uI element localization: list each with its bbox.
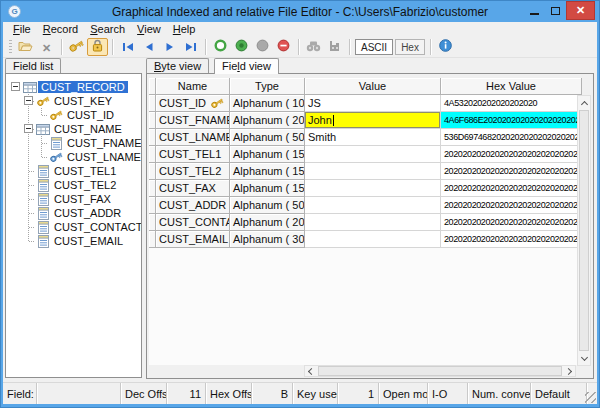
tree-item-cust_name[interactable]: CUST_NAME [9, 122, 141, 136]
tab-byte-view[interactable]: Byte view [146, 58, 209, 73]
close-button[interactable]: ✕ [566, 1, 595, 20]
hex-value-cell[interactable]: 202020202020202020202020202020 [441, 163, 582, 180]
field-view-page: NameTypeValueHex ValueCUST_IDAlphanum ( … [146, 73, 594, 379]
scroll-left-icon[interactable] [305, 365, 318, 377]
minimize-button[interactable] [524, 1, 545, 20]
tree-item-cust_tel1[interactable]: CUST_TEL1 [9, 164, 141, 178]
tree-item-cust_lname[interactable]: CUST_LNAME [9, 150, 141, 164]
resize-grip[interactable] [587, 383, 597, 404]
key-button[interactable] [66, 38, 87, 56]
value-cell[interactable] [305, 214, 441, 231]
first-record-button[interactable] [117, 38, 138, 56]
tree-guide [35, 136, 48, 150]
tree-item-cust_addr[interactable]: CUST_ADDR [9, 206, 141, 220]
name-cell[interactable]: CUST_TEL1 [156, 146, 230, 163]
name-cell[interactable]: CUST_LNAME [156, 129, 230, 146]
tree-item-label: CUST_ADDR [51, 207, 124, 219]
record-state-button[interactable] [252, 38, 273, 56]
hex-value-cell[interactable]: 4A532020202020202020 [441, 95, 582, 112]
tree-expander-icon[interactable] [24, 124, 33, 133]
tab-field-list[interactable]: Field list [5, 58, 61, 73]
next-record-button[interactable] [159, 38, 180, 56]
menu-help[interactable]: Help [167, 22, 202, 37]
horizontal-scroll-thumb[interactable] [318, 366, 562, 376]
last-record-icon [185, 38, 197, 56]
search-next-button[interactable] [324, 38, 345, 56]
about-button[interactable] [435, 38, 456, 56]
tree-expander-icon[interactable] [11, 82, 20, 91]
value-cell[interactable]: JS [305, 95, 441, 112]
lock-icon [91, 38, 104, 56]
value-cell[interactable] [305, 180, 441, 197]
field-name-label: CUST_FNAME [159, 114, 230, 126]
row-indicator [149, 231, 156, 248]
menu-record[interactable]: Record [37, 22, 84, 37]
last-record-button[interactable] [180, 38, 201, 56]
value-cell[interactable] [305, 163, 441, 180]
value-cell[interactable] [305, 146, 441, 163]
hex-value-cell[interactable]: 2020202020202020202020202020202020202020… [441, 231, 582, 248]
horizontal-scrollbar[interactable] [304, 365, 576, 377]
ascii-button-label: ASCII [361, 42, 387, 53]
tree-item-cust_contact[interactable]: CUST_CONTACT [9, 220, 141, 234]
hex-value-cell[interactable]: 202020202020202020202020202020 [441, 146, 582, 163]
write-record-button[interactable] [231, 38, 252, 56]
hex-button-label: Hex [401, 42, 419, 53]
toolbar-separator [112, 39, 113, 55]
scroll-up-icon[interactable] [578, 96, 590, 109]
status-value-0 [37, 383, 121, 404]
gray-dot-icon [256, 38, 269, 56]
close-file-button[interactable]: ✕ [36, 38, 57, 56]
status-label-0: Field: [3, 383, 37, 404]
name-cell[interactable]: CUST_EMAIL [156, 231, 230, 248]
tree-guide [22, 122, 35, 136]
scroll-right-icon[interactable] [562, 365, 575, 377]
name-cell[interactable]: CUST_ADDR [156, 197, 230, 214]
tree-item-cust_record[interactable]: CUST_RECORD [9, 80, 141, 94]
menu-file[interactable]: File [7, 22, 37, 37]
tree-item-cust_email[interactable]: CUST_EMAIL [9, 234, 141, 248]
menu-search[interactable]: Search [84, 22, 131, 37]
tree-item-cust_tel2[interactable]: CUST_TEL2 [9, 178, 141, 192]
delete-record-button[interactable] [273, 38, 294, 56]
tree-guide [9, 122, 22, 136]
hex-value-cell[interactable]: 2020202020202020202020202020202020202020… [441, 197, 582, 214]
tree-expander-icon[interactable] [24, 96, 33, 105]
tab-field-view[interactable]: Field view [214, 58, 279, 74]
name-cell[interactable]: CUST_ID [156, 95, 230, 112]
hex-value-cell[interactable]: 4A6F686E20202020202020202020202020202020 [441, 112, 582, 129]
field-value-text: JS [308, 97, 321, 109]
name-cell[interactable]: CUST_TEL2 [156, 163, 230, 180]
name-cell[interactable]: CUST_FAX [156, 180, 230, 197]
tree-item-label: CUST_ID [64, 109, 117, 121]
previous-record-button[interactable] [138, 38, 159, 56]
tree-item-cust_fname[interactable]: CUST_FNAME [9, 136, 141, 150]
value-cell[interactable] [305, 231, 441, 248]
value-cell[interactable] [305, 197, 441, 214]
new-record-button[interactable] [210, 38, 231, 56]
maximize-button[interactable] [545, 1, 566, 20]
search-button[interactable] [303, 38, 324, 56]
value-cell[interactable]: John [305, 112, 441, 129]
tree-guide [22, 136, 35, 150]
ascii-button[interactable]: ASCII [355, 39, 393, 55]
status-value-text: I-O [432, 388, 447, 400]
scroll-down-icon[interactable] [578, 352, 590, 365]
tree-item-cust_key[interactable]: CUST_KEY [9, 94, 141, 108]
hex-value-cell[interactable]: 536D697468202020202020202020202020202020… [441, 129, 582, 146]
hex-value-cell[interactable]: 202020202020202020202020202020 [441, 180, 582, 197]
name-cell[interactable]: CUST_CONTACT [156, 214, 230, 231]
previous-record-icon [143, 38, 155, 56]
hex-button[interactable]: Hex [395, 39, 425, 55]
tree-item-cust_fax[interactable]: CUST_FAX [9, 192, 141, 206]
vertical-scrollbar[interactable] [577, 95, 591, 366]
lock-button[interactable] [87, 38, 108, 56]
menu-view[interactable]: View [131, 22, 167, 37]
hex-value-cell[interactable]: 2020202020202020202020202020202020202020 [441, 214, 582, 231]
tree-item-cust_id[interactable]: CUST_ID [9, 108, 141, 122]
name-cell[interactable]: CUST_FNAME [156, 112, 230, 129]
value-cell[interactable]: Smith [305, 129, 441, 146]
vertical-scroll-thumb[interactable] [579, 110, 589, 351]
status-value-text: B [281, 388, 288, 400]
open-file-button[interactable] [15, 38, 36, 56]
